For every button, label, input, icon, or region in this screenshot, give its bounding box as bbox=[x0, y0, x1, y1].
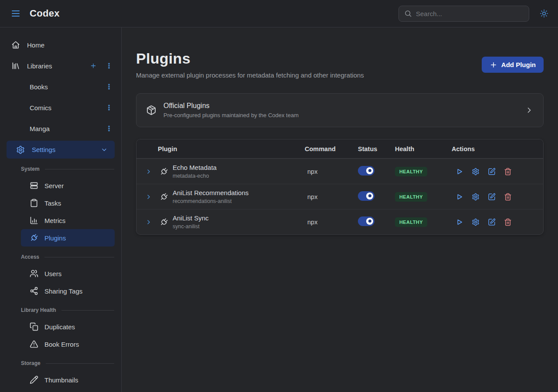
sidebar-item-book-errors[interactable]: Book Errors bbox=[21, 335, 115, 353]
manga-menu-button[interactable] bbox=[105, 124, 113, 133]
trash-icon bbox=[504, 193, 512, 201]
theme-toggle-button[interactable] bbox=[539, 8, 549, 19]
sidebar-item-users[interactable]: Users bbox=[21, 265, 115, 282]
official-plugins-title: Official Plugins bbox=[163, 102, 518, 110]
section-divider bbox=[46, 363, 114, 364]
play-icon bbox=[456, 218, 463, 226]
sidebar-item-sharing-tags[interactable]: Sharing Tags bbox=[21, 282, 115, 300]
sidebar-item-label: Book Errors bbox=[44, 341, 79, 348]
run-plugin-button[interactable] bbox=[456, 168, 463, 176]
table-row: Echo Metadata metadata-echo npx HEALTHY bbox=[136, 159, 543, 184]
section-label-text: Access bbox=[21, 254, 39, 260]
chevron-right-icon bbox=[145, 168, 152, 175]
plugin-name-block: AniList Sync sync-anilist bbox=[173, 214, 209, 230]
expand-row-button[interactable] bbox=[145, 168, 152, 175]
status-cell bbox=[358, 191, 395, 203]
column-header-actions: Actions bbox=[452, 145, 543, 152]
sidebar-item-plugins[interactable]: Plugins bbox=[21, 229, 115, 247]
section-divider bbox=[61, 310, 114, 311]
edit-plugin-button[interactable] bbox=[488, 193, 496, 201]
plus-icon bbox=[490, 61, 497, 69]
plus-icon bbox=[90, 62, 97, 69]
search-input[interactable] bbox=[416, 10, 524, 17]
run-plugin-button[interactable] bbox=[456, 218, 463, 226]
main-content: Plugins Manage external plugin processes… bbox=[122, 27, 558, 392]
plugin-slug: recommendations-anilist bbox=[173, 198, 248, 204]
health-badge: HEALTHY bbox=[395, 167, 427, 176]
add-library-button[interactable] bbox=[89, 61, 98, 70]
comics-menu-button[interactable] bbox=[105, 103, 113, 112]
books-menu-button[interactable] bbox=[105, 82, 113, 91]
enabled-toggle[interactable] bbox=[358, 166, 374, 176]
library-icon bbox=[11, 61, 20, 70]
plugin-cell: Echo Metadata metadata-echo bbox=[136, 164, 305, 179]
sidebar-item-comics[interactable]: Comics bbox=[0, 97, 121, 118]
sidebar-item-label: Libraries bbox=[27, 62, 82, 70]
edit-plugin-button[interactable] bbox=[488, 168, 496, 176]
column-header-plugin: Plugin bbox=[136, 145, 305, 152]
sidebar-item-label: Duplicates bbox=[44, 323, 75, 331]
page-header: Plugins Manage external plugin processes… bbox=[136, 27, 544, 79]
delete-plugin-button[interactable] bbox=[504, 218, 512, 226]
search-box[interactable] bbox=[398, 6, 529, 22]
delete-plugin-button[interactable] bbox=[504, 193, 512, 201]
configure-plugin-button[interactable] bbox=[472, 218, 480, 226]
toggle-knob bbox=[366, 167, 373, 174]
section-label-text: Storage bbox=[21, 360, 41, 366]
enabled-toggle[interactable] bbox=[358, 216, 374, 226]
sidebar-item-books[interactable]: Books bbox=[0, 76, 121, 97]
sidebar-item-page-cache[interactable]: Page Cache bbox=[21, 389, 115, 392]
section-divider bbox=[45, 169, 114, 169]
plugin-slug: sync-anilist bbox=[173, 223, 209, 230]
official-plugins-card[interactable]: Official Plugins Pre-configured plugins … bbox=[136, 93, 544, 127]
delete-plugin-button[interactable] bbox=[504, 168, 512, 176]
plugin-name: Echo Metadata bbox=[173, 164, 217, 171]
run-plugin-button[interactable] bbox=[456, 193, 463, 201]
sidebar-item-manga[interactable]: Manga bbox=[0, 118, 121, 139]
section-label-text: System bbox=[21, 166, 40, 172]
status-cell bbox=[358, 216, 395, 228]
edit-icon bbox=[488, 218, 496, 226]
sidebar-item-label: Sharing Tags bbox=[44, 287, 82, 295]
sidebar-item-server[interactable]: Server bbox=[21, 177, 115, 194]
libraries-menu-button[interactable] bbox=[105, 61, 113, 70]
chevron-right-icon bbox=[145, 193, 152, 200]
health-badge: HEALTHY bbox=[395, 192, 427, 202]
expand-row-button[interactable] bbox=[145, 193, 152, 200]
edit-plugin-button[interactable] bbox=[488, 218, 496, 226]
column-header-status: Status bbox=[358, 145, 395, 152]
configure-plugin-button[interactable] bbox=[472, 168, 480, 176]
sidebar-item-metrics[interactable]: Metrics bbox=[21, 212, 115, 229]
plugin-name-block: AniList Recommendations recommendations-… bbox=[173, 189, 248, 204]
sidebar-item-label: Home bbox=[27, 41, 113, 49]
sidebar-item-label: Thumbnails bbox=[44, 376, 78, 384]
sidebar: Home Libraries Books Comics Manga Settin… bbox=[0, 27, 122, 392]
enabled-toggle[interactable] bbox=[358, 191, 374, 201]
sidebar-item-label: Manga bbox=[30, 125, 98, 132]
sun-icon bbox=[540, 9, 548, 18]
plugin-name-block: Echo Metadata metadata-echo bbox=[173, 164, 217, 179]
configure-plugin-button[interactable] bbox=[472, 193, 480, 201]
section-label-library-health: Library Health bbox=[21, 306, 114, 314]
actions-cell bbox=[452, 218, 543, 226]
chevron-right-icon bbox=[525, 106, 534, 115]
menu-toggle-button[interactable] bbox=[9, 7, 23, 20]
plug-icon bbox=[28, 232, 40, 244]
sidebar-item-label: Server bbox=[44, 182, 64, 189]
sidebar-item-thumbnails[interactable]: Thumbnails bbox=[21, 371, 115, 389]
section-label-storage: Storage bbox=[21, 359, 114, 368]
sidebar-item-settings[interactable]: Settings bbox=[7, 141, 115, 159]
clipboard-icon bbox=[30, 199, 38, 207]
actions-cell bbox=[452, 168, 543, 176]
plugin-name: AniList Sync bbox=[173, 214, 209, 222]
sidebar-item-tasks[interactable]: Tasks bbox=[21, 194, 115, 212]
sidebar-item-home[interactable]: Home bbox=[0, 34, 121, 55]
sidebar-item-libraries[interactable]: Libraries bbox=[0, 55, 121, 76]
sidebar-item-duplicates[interactable]: Duplicates bbox=[21, 318, 115, 335]
sidebar-item-label: Books bbox=[30, 83, 98, 91]
expand-row-button[interactable] bbox=[145, 219, 152, 226]
health-cell: HEALTHY bbox=[395, 192, 452, 202]
gear-icon bbox=[472, 168, 480, 176]
plug-icon bbox=[158, 165, 170, 177]
add-plugin-button[interactable]: Add Plugin bbox=[482, 57, 544, 73]
